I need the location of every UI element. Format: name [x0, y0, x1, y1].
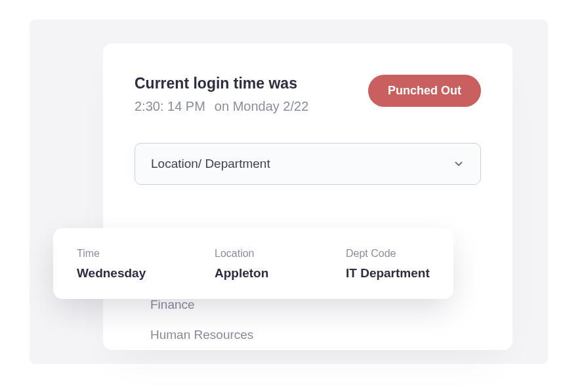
option-human-resources[interactable]: Human Resources — [135, 320, 481, 350]
login-subtitle: 2:30: 14 PMon Monday 2/22 — [135, 99, 308, 114]
popover-label-location: Location — [215, 248, 306, 260]
popover-label-time: Time — [77, 248, 175, 260]
header-text-block: Current login time was 2:30: 14 PMon Mon… — [135, 75, 308, 114]
popover-value-location: Appleton — [215, 266, 306, 281]
popover-col-time: Time Wednesday — [77, 248, 175, 281]
login-card: Current login time was 2:30: 14 PMon Mon… — [103, 43, 512, 350]
login-title: Current login time was — [135, 75, 308, 92]
detail-popover: Time Wednesday Location Appleton Dept Co… — [53, 228, 453, 299]
punch-status-badge[interactable]: Punched Out — [368, 75, 481, 107]
popover-label-deptcode: Dept Code — [346, 248, 430, 260]
popover-col-deptcode: Dept Code IT Department — [346, 248, 430, 281]
chevron-down-icon — [453, 158, 465, 170]
login-date: on Monday 2/22 — [215, 99, 308, 113]
dropdown-label: Location/ Department — [151, 157, 270, 171]
background-panel: Current login time was 2:30: 14 PMon Mon… — [30, 20, 548, 364]
login-time: 2:30: 14 PM — [135, 99, 205, 113]
popover-value-time: Wednesday — [77, 266, 175, 281]
popover-value-deptcode: IT Department — [346, 266, 430, 281]
popover-col-location: Location Appleton — [215, 248, 306, 281]
location-department-dropdown[interactable]: Location/ Department — [135, 143, 481, 185]
card-header: Current login time was 2:30: 14 PMon Mon… — [135, 75, 481, 114]
